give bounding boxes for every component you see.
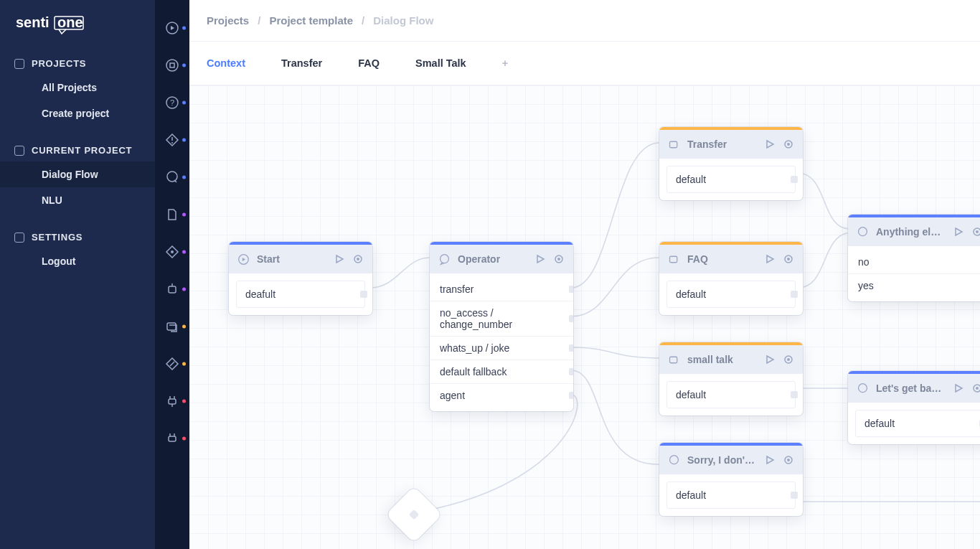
play-icon[interactable] [953, 226, 964, 238]
node-title: small talk [687, 354, 757, 365]
node-output[interactable]: whats_up / joke [430, 337, 573, 360]
svg-rect-14 [169, 286, 176, 293]
breadcrumb-current: Dialog Flow [373, 14, 433, 27]
node-output[interactable]: no_access / change_number [430, 301, 573, 337]
gear-icon[interactable] [352, 253, 364, 265]
svg-rect-27 [670, 141, 677, 148]
play-icon[interactable] [534, 253, 546, 265]
svg-point-35 [787, 358, 790, 361]
rail-plug-icon[interactable] [164, 393, 180, 409]
chat-icon [668, 454, 680, 466]
rail-route-icon[interactable] [164, 244, 180, 260]
node-output[interactable]: no [848, 250, 980, 274]
node-output[interactable]: deafult [236, 281, 365, 308]
breadcrumb-item[interactable]: Project template [269, 14, 353, 27]
node-small-talk[interactable]: small talk default [659, 342, 803, 416]
rail-bot-icon[interactable] [164, 281, 180, 297]
breadcrumb-item[interactable]: Projects [207, 14, 249, 27]
section-title: CURRENT PROJECT [32, 145, 132, 156]
svg-point-32 [787, 258, 790, 261]
gear-icon[interactable] [971, 226, 980, 238]
node-output[interactable]: default [666, 166, 796, 193]
rail-stack-icon[interactable] [164, 319, 180, 334]
node-output[interactable]: default [666, 482, 796, 509]
svg-point-29 [787, 143, 790, 146]
tab-add[interactable]: + [502, 57, 508, 69]
rail-compass-icon[interactable] [164, 356, 180, 372]
flow-canvas[interactable]: Start deafult Operator transfer no_acces… [189, 85, 980, 549]
workspace: Projects / Project template / Dialog Flo… [189, 0, 980, 549]
gear-icon[interactable] [783, 454, 794, 466]
play-icon[interactable] [334, 253, 345, 265]
stack-icon [668, 139, 680, 151]
svg-point-36 [670, 455, 679, 464]
chat-icon [857, 383, 869, 395]
node-output[interactable]: transfer [430, 278, 573, 301]
tool-rail: ? [155, 0, 189, 549]
gear-icon[interactable] [783, 354, 794, 365]
node-output[interactable]: default fallback [430, 360, 573, 384]
play-icon[interactable] [764, 139, 776, 150]
node-transfer[interactable]: Transfer default [659, 127, 803, 200]
rail-warn-icon[interactable] [164, 132, 180, 148]
node-back-to-business[interactable]: Let's get back to business default [848, 371, 980, 444]
tab-context[interactable]: Context [207, 57, 245, 69]
folder-icon [14, 146, 24, 156]
svg-rect-30 [670, 256, 677, 263]
tabs: Context Transfer FAQ Small Talk + [189, 41, 980, 85]
tab-small-talk[interactable]: Small Talk [415, 57, 466, 69]
svg-point-39 [859, 227, 867, 235]
rail-play-icon[interactable] [164, 20, 180, 36]
sidebar-item-nlu[interactable]: NLU [0, 187, 155, 213]
node-anything-else[interactable]: Anything else? no yes [848, 215, 980, 301]
node-output[interactable]: default [666, 281, 796, 308]
node-faq[interactable]: FAQ default [659, 242, 803, 315]
flow-connectors [189, 85, 980, 549]
rail-file-icon[interactable] [164, 207, 180, 222]
sidebar-item-logout[interactable]: Logout [0, 248, 155, 274]
sidebar-item-all-projects[interactable]: All Projects [0, 75, 155, 100]
section-settings: SETTINGS [0, 226, 155, 248]
svg-point-41 [976, 230, 979, 233]
stack-icon [668, 354, 680, 366]
node-condition[interactable] [385, 486, 442, 543]
node-output[interactable]: yes [848, 274, 980, 297]
rail-plug2-icon[interactable] [164, 431, 180, 446]
app-logo: senti one [16, 14, 155, 34]
svg-point-26 [557, 258, 560, 261]
node-start[interactable]: Start deafult [229, 242, 372, 315]
node-title: Transfer [687, 139, 757, 150]
node-sorry[interactable]: Sorry, I don't understand... default [659, 443, 803, 516]
tab-transfer[interactable]: Transfer [281, 57, 322, 69]
gear-icon[interactable] [971, 383, 980, 394]
svg-text:senti: senti [16, 14, 50, 30]
rail-help-icon[interactable]: ? [164, 95, 180, 111]
gear-icon[interactable] [553, 253, 565, 265]
rail-stop-icon[interactable] [164, 57, 180, 73]
svg-point-11 [167, 172, 177, 182]
svg-rect-33 [670, 357, 677, 363]
section-projects: PROJECTS [0, 52, 155, 75]
node-title: Operator [458, 253, 527, 265]
svg-point-23 [357, 258, 359, 261]
sidebar-item-create-project[interactable]: Create project [0, 100, 155, 126]
gear-icon[interactable] [783, 139, 794, 150]
gear-icon[interactable] [783, 253, 794, 265]
node-output[interactable]: agent [430, 384, 573, 407]
play-icon[interactable] [764, 354, 776, 365]
play-icon[interactable] [764, 253, 776, 265]
chat-icon [857, 226, 869, 238]
play-icon[interactable] [953, 383, 964, 394]
node-output[interactable]: default [855, 410, 980, 437]
node-operator[interactable]: Operator transfer no_access / change_num… [430, 242, 573, 411]
play-icon[interactable] [764, 454, 776, 466]
sidebar-item-dialog-flow[interactable]: Dialog Flow [0, 161, 155, 187]
node-title: Anything else? [876, 226, 946, 238]
svg-rect-20 [169, 436, 176, 441]
node-output[interactable]: default [666, 381, 796, 408]
svg-point-10 [171, 142, 173, 144]
tab-faq[interactable]: FAQ [358, 57, 380, 69]
gear-icon [14, 233, 24, 243]
rail-chat-icon[interactable] [164, 169, 180, 185]
svg-rect-18 [169, 399, 176, 404]
